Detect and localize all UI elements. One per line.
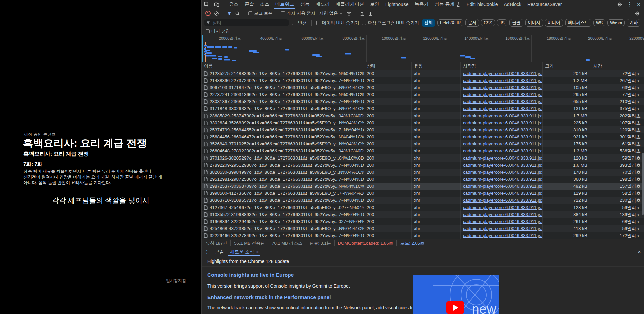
inspect-element-icon[interactable] [202,0,212,9]
filter-pill-fetch-xhr[interactable]: Fetch/XHR [437,19,463,26]
tab-소스[interactable]: 소스 [257,0,272,9]
table-scrollbar[interactable] [642,153,644,215]
export-har-icon[interactable] [368,11,373,16]
tab-콘솔[interactable]: 콘솔 [241,0,257,9]
table-row[interactable]: 23031367-23685828?o=1&v=86&e=1727663011&… [202,98,644,105]
initiator-link[interactable]: cadmium-playercore-6.0046.833.911.js:1 [463,148,543,153]
initiator-link[interactable]: cadmium-playercore-6.0046.833.911.js:1 [463,226,543,231]
network-conditions-icon[interactable] [346,11,352,16]
request-name-cell[interactable]: 25684456-26604647?o=1&v=86&e=1727663011&… [202,133,364,140]
close-tab-icon[interactable]: × [256,249,259,255]
search-icon[interactable] [235,11,240,16]
tab-editthiscookie[interactable]: EditThisCookie [463,0,501,9]
table-row[interactable]: 21488396-22737240?o=1&v=86&e=1727663011&… [202,77,644,84]
request-name-cell[interactable]: 31968894-32229465?o=1&v=86&e=1727663011&… [202,218,364,225]
request-name-cell[interactable]: 26604648-27892208?o=1&v=86&e=1727663011&… [202,147,364,154]
filter-pill-글꼴[interactable]: 글꼴 [509,19,523,27]
settings-gear-icon[interactable] [615,2,624,7]
request-name-cell[interactable]: 21285275-21488395?o=1&v=86&e=1727663011&… [202,70,364,77]
hide-extension-urls-checkbox[interactable]: 확장 프로그램 URL 숨기기 [362,20,419,26]
request-name-cell[interactable]: 21488396-22737240?o=1&v=86&e=1727663011&… [202,77,364,84]
initiator-link[interactable]: cadmium-playercore-6.0046.833.911.js:1 [463,78,543,83]
filter-pill-문서[interactable]: 문서 [465,19,479,27]
table-row[interactable]: 25374799-25684455?o=1&v=86&e=1727663011&… [202,126,644,133]
filter-pill-wasm[interactable]: Wasm [607,19,625,26]
clear-network-log-icon[interactable] [214,11,219,16]
table-row[interactable]: 31968894-32229465?o=1&v=86&e=1727663011&… [202,218,644,225]
checkbox-box[interactable] [292,21,296,25]
table-row[interactable]: 31085572-31968893?o=1&v=86&e=1727663011&… [202,211,644,218]
table-row[interactable]: 25684456-26604647?o=1&v=86&e=1727663011&… [202,133,644,140]
table-row[interactable]: 3302634-3526839?o=1&v=86&e=1727663011&t=… [202,119,644,126]
checkbox-box[interactable] [316,21,320,25]
table-row[interactable]: 3701026-3820529?o=1&v=86&e=1727663011&t=… [202,154,644,162]
initiator-link[interactable]: cadmium-playercore-6.0046.833.911.js:1 [463,233,543,238]
tab-성능[interactable]: 성능 [297,0,313,9]
tab-보안[interactable]: 보안 [367,0,382,9]
filter-pill-기타[interactable]: 기타 [627,19,640,27]
filter-input[interactable] [212,20,287,26]
more-options-icon[interactable]: ⋮ [625,2,634,7]
initiator-link[interactable]: cadmium-playercore-6.0046.833.911.js:1 [463,177,543,182]
table-row[interactable]: 3998500-4127366?o=1&v=86&e=1727663011&t=… [202,190,644,197]
close-drawer-icon[interactable]: × [634,248,644,256]
tab-녹음기[interactable]: 녹음기 [412,0,432,9]
request-name-cell[interactable]: 23031367-23685828?o=1&v=86&e=1727663011&… [202,98,364,105]
request-name-cell[interactable]: 32229466-32527849?o=1&v=86&e=1727663011&… [202,232,364,239]
third-party-checkbox[interactable]: 타사 요청 [206,28,230,34]
initiator-link[interactable]: cadmium-playercore-6.0046.833.911.js:1 [463,127,543,132]
close-devtools-icon[interactable]: × [635,2,642,7]
request-name-cell[interactable]: 3171848-3302633?o=1&v=86&e=1727663011&t=… [202,105,364,112]
table-row[interactable]: 3526840-3701025?o=1&v=86&e=1727663011&t=… [202,140,644,147]
initiator-link[interactable]: cadmium-playercore-6.0046.833.911.js:1 [463,106,543,111]
video-thumbnail[interactable]: new [413,275,499,314]
initiator-link[interactable]: cadmium-playercore-6.0046.833.911.js:1 [463,92,543,97]
column-header-2[interactable]: 유형 [412,62,461,70]
network-overview-timeline[interactable]: 20000밀리초40000밀리초60000밀리초80000밀리초100000밀리… [202,35,644,62]
request-name-cell[interactable]: 29512981-29872536?o=1&v=86&e=1727663011&… [202,176,364,183]
filter-pill-미디어[interactable]: 미디어 [545,19,563,27]
request-name-cell[interactable]: 22737241-23031366?o=1&v=86&e=1727663011&… [202,91,364,98]
checkbox-box[interactable] [281,11,285,15]
tab-네트워크[interactable]: 네트워크 [272,0,297,9]
youtube-play-icon[interactable] [446,301,464,314]
invert-checkbox[interactable]: 반전 [292,20,307,26]
request-name-cell[interactable]: 23685829-25374798?o=1&v=86&e=1727663011&… [202,112,364,119]
video-player[interactable]: 시청 중인 콘텐츠 흑백요리사: 요리 계급 전쟁 흑백요리사: 요리 계급 전… [0,0,201,314]
filter-pill-js[interactable]: JS [497,19,507,26]
request-name-cell[interactable]: 31085572-31968893?o=1&v=86&e=1727663011&… [202,211,364,218]
request-name-cell[interactable]: 3302634-3526839?o=1&v=86&e=1727663011&t=… [202,119,364,126]
table-row[interactable]: 4127367-4254867?o=1&v=86&e=1727663011&t=… [202,204,644,211]
filter-pill-매니페스트[interactable]: 매니페스트 [565,19,592,27]
initiator-link[interactable]: cadmium-playercore-6.0046.833.911.js:1 [463,219,543,224]
initiator-link[interactable]: cadmium-playercore-6.0046.833.911.js:1 [463,155,543,161]
column-header-3[interactable]: 시작점 [461,62,543,70]
initiator-link[interactable]: cadmium-playercore-6.0046.833.911.js:1 [463,141,543,146]
filter-funnel-icon[interactable] [227,11,232,16]
disable-cache-checkbox[interactable]: 캐시 사용 중지 [281,10,315,16]
tab-resourcessaver[interactable]: ResourcesSaver [524,0,565,9]
table-row[interactable]: 4254868-4372385?o=1&v=86&e=1727663011&t=… [202,225,644,232]
request-name-cell[interactable]: 3067103-3171847?o=1&v=86&e=1727663011&t=… [202,84,364,91]
initiator-link[interactable]: cadmium-playercore-6.0046.833.911.js:1 [463,99,543,104]
request-name-cell[interactable]: 4254868-4372385?o=1&v=86&e=1727663011&t=… [202,225,364,232]
initiator-link[interactable]: cadmium-playercore-6.0046.833.911.js:1 [463,184,543,189]
initiator-link[interactable]: cadmium-playercore-6.0046.833.911.js:1 [463,212,543,217]
checkbox-box[interactable] [206,29,210,33]
article-heading-link[interactable]: Console insights are live in Europe [207,272,294,278]
tab-메모리[interactable]: 메모리 [313,0,333,9]
table-row[interactable]: 27892209-29512980?o=1&v=86&e=1727663011&… [202,162,644,169]
request-name-cell[interactable]: 3998500-4127366?o=1&v=86&e=1727663011&t=… [202,190,364,197]
initiator-link[interactable]: cadmium-playercore-6.0046.833.911.js:1 [463,205,543,210]
table-row[interactable]: 32229466-32527849?o=1&v=86&e=1727663011&… [202,232,644,239]
initiator-link[interactable]: cadmium-playercore-6.0046.833.911.js:1 [463,134,543,139]
table-row[interactable]: 26604648-27892208?o=1&v=86&e=1727663011&… [202,147,644,154]
request-name-cell[interactable]: 30363710-31085571?o=1&v=86&e=1727663011&… [202,197,364,204]
tab-요소[interactable]: 요소 [226,0,241,9]
table-row[interactable]: 23685829-25374798?o=1&v=86&e=1727663011&… [202,112,644,119]
tab-adblock[interactable]: AdBlock [501,0,524,9]
tab-whats-new[interactable]: 새로운 소식 × [227,248,262,256]
request-name-cell[interactable]: 3526840-3701025?o=1&v=86&e=1727663011&t=… [202,140,364,147]
filter-pill-ws[interactable]: WS [593,19,605,26]
table-row[interactable]: 3820530-3998499?o=1&v=86&e=1727663011&t=… [202,169,644,176]
